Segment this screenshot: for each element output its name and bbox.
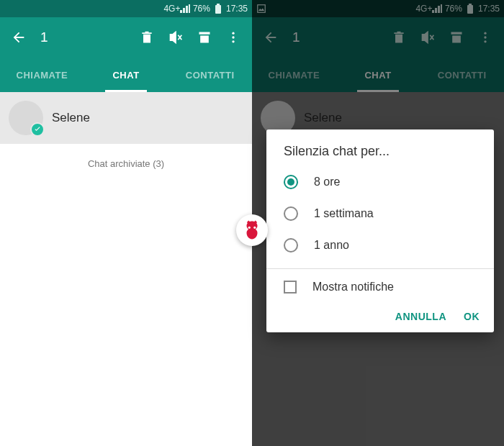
ok-button[interactable]: OK <box>464 311 480 322</box>
avatar <box>9 101 43 135</box>
screen-right: 4G+ 76% 17:35 1 CHIAMATE CHAT CONTATTI S… <box>252 0 504 446</box>
svg-rect-1 <box>217 4 220 5</box>
back-icon[interactable] <box>6 24 32 50</box>
svg-point-3 <box>232 36 234 38</box>
svg-point-2 <box>232 32 234 35</box>
radio-label: 1 settimana <box>314 207 374 220</box>
radio-option-8h[interactable]: 8 ore <box>266 166 494 198</box>
tab-bar: CHIAMATE CHAT CONTATTI <box>0 58 252 92</box>
signal-icon <box>180 4 190 14</box>
svg-point-11 <box>248 227 251 229</box>
radio-option-1year[interactable]: 1 anno <box>266 229 494 261</box>
tab-contacts[interactable]: CONTATTI <box>168 58 252 92</box>
overflow-icon[interactable] <box>220 24 246 50</box>
checkbox-icon <box>284 281 297 293</box>
svg-point-4 <box>232 40 234 42</box>
dialog-actions: ANNULLA OK <box>266 305 494 332</box>
chat-name: Selene <box>52 111 90 125</box>
tab-calls[interactable]: CHIAMATE <box>0 58 84 92</box>
battery-text: 76% <box>193 4 210 14</box>
show-notifications-row[interactable]: Mostra notifiche <box>266 269 494 305</box>
delete-icon[interactable] <box>134 24 160 50</box>
radio-icon <box>284 175 298 189</box>
mute-dialog: Silenzia chat per... 8 ore 1 settimana 1… <box>266 129 494 332</box>
tab-chat[interactable]: CHAT <box>84 58 168 92</box>
svg-rect-0 <box>215 5 221 14</box>
checkbox-label: Mostra notifiche <box>312 281 394 293</box>
chat-row-selected[interactable]: Selene <box>0 92 252 144</box>
watermark-logo <box>236 214 268 246</box>
selection-toolbar: 1 <box>0 17 252 58</box>
mute-icon[interactable] <box>163 24 189 50</box>
radio-label: 8 ore <box>314 176 340 188</box>
screen-left: 4G+ 76% 17:35 1 CHIAMATE CHAT CONTATTI S… <box>0 0 252 446</box>
svg-point-12 <box>253 227 256 229</box>
radio-label: 1 anno <box>314 239 349 252</box>
archive-icon[interactable] <box>192 24 217 50</box>
selected-check-icon <box>30 122 45 137</box>
selection-count: 1 <box>40 29 134 45</box>
time-text: 17:35 <box>226 4 248 14</box>
status-bar: 4G+ 76% 17:35 <box>0 0 252 17</box>
dialog-title: Silenzia chat per... <box>266 144 494 166</box>
radio-option-1week[interactable]: 1 settimana <box>266 198 494 229</box>
battery-icon <box>213 4 223 14</box>
network-icon: 4G+ <box>167 4 177 14</box>
archived-chats-link[interactable]: Chat archiviate (3) <box>0 144 252 183</box>
radio-icon <box>284 238 298 252</box>
radio-icon <box>284 206 298 221</box>
cancel-button[interactable]: ANNULLA <box>395 311 446 322</box>
